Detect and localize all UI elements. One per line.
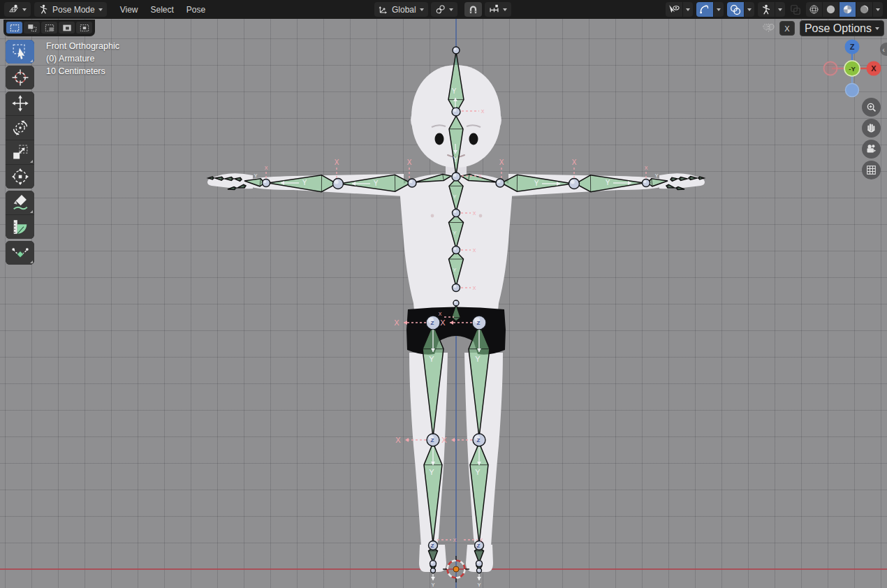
object-origin (453, 566, 459, 572)
zoom-button[interactable] (862, 98, 881, 117)
svg-text:Y: Y (302, 179, 307, 186)
mode-selector[interactable]: Pose Mode (34, 2, 107, 17)
shading-wireframe-button[interactable] (806, 2, 822, 17)
navigation-gizmo[interactable]: ZX-Y (822, 38, 885, 101)
tool-select-box-button[interactable] (6, 40, 34, 64)
chevron-down-icon (98, 8, 103, 11)
svg-text:Y: Y (475, 468, 481, 476)
pose-mode-icon (38, 4, 49, 15)
chevron-down-icon (503, 8, 507, 11)
tool-rotate-button[interactable] (6, 116, 34, 140)
mirror-x-button[interactable]: X (779, 21, 795, 36)
header-right-controls (666, 2, 883, 17)
menu-view[interactable]: View (114, 5, 145, 15)
pose-options-label: Pose Options (805, 22, 872, 35)
mode-label: Pose Mode (52, 5, 95, 15)
transform-settings: Global (374, 2, 511, 17)
bone-joint (453, 247, 460, 254)
menu-pose[interactable]: Pose (180, 5, 212, 15)
tool-move-button[interactable] (6, 91, 34, 115)
svg-text:Y: Y (452, 87, 457, 95)
tool-measure-button[interactable] (6, 215, 34, 239)
pose-options-dropdown[interactable]: Pose Options (800, 20, 884, 36)
svg-text:X: X (453, 538, 457, 543)
bone-joint (408, 179, 416, 187)
tool-transform-button[interactable] (6, 165, 34, 189)
perspective-toggle-button[interactable] (862, 161, 881, 179)
svg-text:Y: Y (374, 179, 379, 187)
svg-text:-Y: -Y (849, 65, 856, 73)
svg-text:Z: Z (477, 437, 481, 443)
tool-shelf (6, 40, 34, 265)
orientation-label: Global (392, 5, 416, 15)
compositor-icon (790, 4, 801, 15)
menu-select[interactable]: Select (145, 5, 180, 15)
annotate-icon (12, 194, 29, 211)
transform-orientation-dropdown[interactable]: Global (374, 2, 428, 17)
nav-camera-icon (865, 143, 877, 155)
gizmos-toggle-group[interactable] (696, 2, 724, 17)
cursor-icon (12, 69, 29, 86)
shading-solid-button[interactable] (822, 2, 839, 17)
svg-text:X: X (395, 436, 401, 444)
bone-joint (453, 210, 460, 217)
select-set-button[interactable] (6, 22, 22, 34)
tool-breakdown-button[interactable] (6, 241, 34, 265)
viewport-canvas[interactable]: ZZZZZZXXXXXXXXXXXXXXXXXXYYYYYYYYYYYYYYYY… (0, 0, 887, 588)
viewport-shading-group[interactable] (806, 2, 883, 17)
bone-joint (430, 561, 437, 567)
chevron-down-icon (686, 8, 690, 11)
shading-material-preview-button[interactable] (839, 2, 856, 17)
bone-joint (453, 300, 459, 306)
shading-dropdown[interactable] (872, 2, 883, 17)
svg-text:X: X (335, 159, 339, 166)
select-subtract-button[interactable] (41, 22, 57, 34)
svg-text:X: X (481, 109, 485, 114)
bone-joint (643, 179, 650, 187)
pan-button[interactable] (862, 119, 881, 138)
viewport-header: Pose Mode ViewSelectPose Global (0, 0, 887, 19)
gizmo-negx-axis (824, 62, 837, 75)
gizmo-icon (696, 2, 713, 17)
snap-increment-icon (489, 4, 499, 15)
magnet-icon (468, 4, 478, 15)
svg-text:Y: Y (432, 582, 435, 587)
bone (208, 177, 214, 179)
viewport-nav-buttons (862, 98, 881, 179)
svg-text:Y: Y (453, 230, 457, 235)
bone-joint (263, 179, 270, 187)
camera-view-button[interactable] (862, 140, 881, 159)
xray-pose-group[interactable] (758, 2, 785, 17)
svg-text:X: X (473, 286, 476, 291)
select-invert-button[interactable] (59, 22, 75, 34)
editor-type-button[interactable] (4, 2, 31, 17)
bone-joint (452, 172, 460, 181)
nav-grid-icon (865, 164, 877, 176)
svg-text:Y: Y (606, 179, 610, 186)
tool-scale-button[interactable] (6, 140, 34, 164)
snap-toggle[interactable] (464, 2, 482, 17)
nav-zoom-icon (865, 101, 877, 113)
x-mirror-icon[interactable] (763, 22, 775, 34)
shading-rendered-button[interactable] (856, 2, 872, 17)
svg-text:Y: Y (478, 582, 481, 587)
select-mode-panel (3, 20, 95, 36)
viewport-info-text: Front Orthographic (0) Armature 10 Centi… (46, 40, 119, 78)
svg-text:X: X (439, 311, 442, 316)
bone-joint (496, 179, 504, 187)
select-extend-button[interactable] (24, 22, 40, 34)
transform-icon (12, 168, 29, 185)
pivot-point-dropdown[interactable] (431, 2, 457, 17)
svg-text:Y: Y (453, 194, 457, 199)
svg-text:Y: Y (475, 355, 481, 363)
tool-annotate-button[interactable] (6, 191, 34, 214)
select-intersect-button[interactable] (76, 22, 92, 34)
svg-text:Z: Z (477, 543, 481, 549)
pivot-icon (435, 4, 446, 15)
snap-settings-dropdown[interactable] (485, 2, 511, 17)
chevron-down-icon (22, 8, 27, 11)
tool-cursor-button[interactable] (6, 66, 34, 89)
visibility-icon (666, 2, 682, 17)
object-visibility-dropdown[interactable] (666, 2, 693, 17)
overlays-toggle-group[interactable] (727, 2, 754, 17)
